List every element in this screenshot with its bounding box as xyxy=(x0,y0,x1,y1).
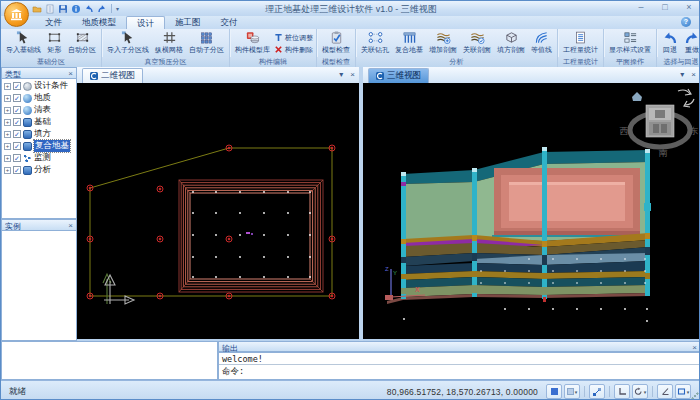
chevron-down-icon[interactable] xyxy=(680,70,684,79)
link-section-icon xyxy=(470,30,485,45)
expand-icon[interactable] xyxy=(4,95,11,102)
rectangle-button[interactable]: 矩形 xyxy=(45,30,64,54)
checkbox[interactable] xyxy=(13,118,21,126)
model-check-button[interactable]: 模型检查 xyxy=(320,30,352,54)
auto-subpartition-button[interactable]: 自动子分区 xyxy=(187,30,226,54)
angle-icon[interactable] xyxy=(657,384,673,399)
help-icon[interactable] xyxy=(681,17,691,27)
viewport-2d-pane: 二维视图 xyxy=(77,67,359,341)
link-section-button[interactable]: 关联剖面 xyxy=(461,30,493,54)
pile-adjust-icon xyxy=(274,33,283,42)
close-icon[interactable] xyxy=(691,70,696,79)
quantity-statistics-button[interactable]: 工程量统计 xyxy=(561,30,600,54)
pile-adjust-button[interactable]: 桩位调整 xyxy=(274,32,313,43)
ortho-corner-icon[interactable] xyxy=(614,384,630,399)
canvas-3d[interactable]: 西 东 南 Z Y X xyxy=(363,83,700,339)
rotate-dropdown-icon[interactable]: ▾ xyxy=(632,384,648,399)
expand-icon[interactable] xyxy=(4,155,11,162)
open-folder-icon[interactable] xyxy=(32,4,42,14)
expand-icon[interactable] xyxy=(4,119,11,126)
close-button[interactable]: × xyxy=(682,2,696,12)
expand-icon[interactable] xyxy=(4,167,11,174)
checkbox[interactable] xyxy=(13,106,21,114)
redo-button[interactable]: 重做 xyxy=(682,30,700,54)
cross-grid-button[interactable]: 纵横网格 xyxy=(153,30,185,54)
tree-item-analysis[interactable]: 分析 xyxy=(2,164,76,176)
checkbox[interactable] xyxy=(13,154,21,162)
tree-item-fill[interactable]: 填方 xyxy=(2,128,76,140)
rect-mode-dropdown-icon[interactable]: ▾ xyxy=(675,384,691,399)
tab-construction-drawing[interactable]: 施工图 xyxy=(165,16,211,29)
fill-section-button[interactable]: 填方剖面 xyxy=(495,30,527,54)
customize-quick-access-dropdown-icon[interactable]: ▾ xyxy=(116,5,119,12)
checkbox[interactable] xyxy=(13,130,21,138)
save-icon[interactable] xyxy=(58,4,68,14)
ribbon-group-label: 构件编辑 xyxy=(230,57,316,67)
home-icon[interactable] xyxy=(632,92,642,101)
checkbox[interactable] xyxy=(13,166,21,174)
ribbon-group-label: 平面操作 xyxy=(604,57,656,67)
checkbox[interactable] xyxy=(13,82,21,90)
left-dock: 类型 设计条件 地质 清表 基础 填方 复合地基 监测 xyxy=(1,67,77,341)
tab-file[interactable]: 文件 xyxy=(35,16,72,29)
redo-small-icon[interactable] xyxy=(97,4,107,14)
orbit-arrows-icon[interactable] xyxy=(678,89,694,107)
borehole-link-icon xyxy=(368,30,383,45)
expand-icon[interactable] xyxy=(4,107,11,114)
undo-small-icon[interactable] xyxy=(84,4,94,14)
tab-3d-view[interactable]: 三维视图 xyxy=(368,68,429,83)
resize-grip[interactable] xyxy=(691,392,699,400)
import-foundation-line-button[interactable]: 导入基础线 xyxy=(4,30,43,54)
display-style-settings-button[interactable]: 显示样式设置 xyxy=(607,30,653,54)
output-console[interactable]: welcome! 命令: xyxy=(218,352,700,380)
tree-item-monitoring[interactable]: 监测 xyxy=(2,152,76,164)
link-borehole-button[interactable]: 关联钻孔 xyxy=(359,30,391,54)
new-document-icon[interactable] xyxy=(45,4,55,14)
canvas-2d[interactable] xyxy=(77,83,359,339)
tab-2d-view[interactable]: 二维视图 xyxy=(82,68,143,83)
composite-foundation-button[interactable]: 复合地基 xyxy=(393,30,425,54)
command-prompt[interactable]: 命令: xyxy=(219,364,700,379)
component-library-icon xyxy=(245,30,260,45)
tab-design[interactable]: 设计 xyxy=(126,16,165,29)
tree-item-geology[interactable]: 地质 xyxy=(2,92,76,104)
tree-item-design-conditions[interactable]: 设计条件 xyxy=(2,80,76,92)
undo-button[interactable]: 回退 xyxy=(660,30,680,54)
view-cube[interactable]: 西 东 南 xyxy=(620,105,699,158)
contour-button[interactable]: 等值线 xyxy=(529,30,554,54)
close-icon[interactable] xyxy=(350,70,355,79)
tree-item-composite-foundation[interactable]: 复合地基 xyxy=(2,140,76,152)
type-tree: 设计条件 地质 清表 基础 填方 复合地基 监测 分析 xyxy=(1,79,77,219)
auto-partition-button[interactable]: 自动分区 xyxy=(66,30,98,54)
close-icon[interactable] xyxy=(68,221,73,230)
ribbon-group-label: 基础分区 xyxy=(1,57,101,67)
component-library-button[interactable]: 构件模型库 xyxy=(233,30,272,54)
maximize-button[interactable]: □ xyxy=(658,2,672,12)
output-panel-header: 输出 xyxy=(218,341,700,352)
checkbox[interactable] xyxy=(13,94,21,102)
osnap-icon[interactable] xyxy=(589,384,605,399)
tab-delivery[interactable]: 交付 xyxy=(211,16,248,29)
auto-subgrid-icon xyxy=(199,30,214,45)
close-icon[interactable] xyxy=(692,343,697,352)
expand-icon[interactable] xyxy=(4,131,11,138)
minimize-button[interactable]: – xyxy=(634,2,648,12)
add-section-button[interactable]: 增加剖面 xyxy=(427,30,459,54)
info-icon[interactable] xyxy=(71,4,81,14)
checkbox[interactable] xyxy=(13,142,21,150)
chevron-down-icon[interactable] xyxy=(339,70,343,79)
quantity-icon xyxy=(573,30,588,45)
import-subpartition-line-button[interactable]: 导入子分区线 xyxy=(105,30,151,54)
component-delete-button[interactable]: 构件删除 xyxy=(274,44,313,55)
color-swatch-icon[interactable] xyxy=(546,384,562,399)
expand-icon[interactable] xyxy=(4,83,11,90)
tab-geology-model[interactable]: 地质模型 xyxy=(72,16,126,29)
close-icon[interactable] xyxy=(68,69,73,78)
app-logo-button[interactable] xyxy=(4,2,29,27)
tree-item-foundation[interactable]: 基础 xyxy=(2,116,76,128)
site-boundary-outline xyxy=(90,148,332,296)
tree-item-clearing[interactable]: 清表 xyxy=(2,104,76,116)
layer-swatch-dropdown-icon[interactable]: ▾ xyxy=(564,384,580,399)
expand-icon[interactable] xyxy=(4,143,11,150)
grid-icon xyxy=(162,30,177,45)
